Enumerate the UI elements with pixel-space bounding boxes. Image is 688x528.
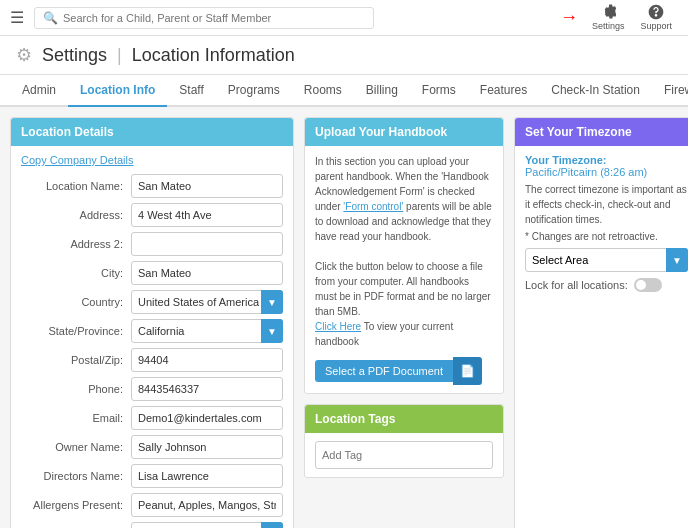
pdf-icon[interactable]: 📄 xyxy=(453,357,482,385)
top-bar: ☰ 🔍 → Settings Support xyxy=(0,0,688,36)
support-button[interactable]: Support xyxy=(634,2,678,33)
field-allergens: Allergens Present: xyxy=(21,493,283,517)
top-bar-right: → Settings Support xyxy=(560,2,678,33)
tab-admin[interactable]: Admin xyxy=(10,75,68,107)
location-details-header: Location Details xyxy=(11,118,293,146)
field-director: Directors Name: xyxy=(21,464,283,488)
director-input[interactable] xyxy=(131,464,283,488)
tab-firewall[interactable]: Firewall xyxy=(652,75,688,107)
location-details-body: Copy Company Details Location Name: Addr… xyxy=(11,146,293,528)
state-select[interactable]: California xyxy=(131,319,283,343)
owner-input[interactable] xyxy=(131,435,283,459)
email-input[interactable] xyxy=(131,406,283,430)
tags-body xyxy=(305,433,503,477)
location-details-card: Location Details Copy Company Details Lo… xyxy=(10,117,294,528)
postal-input[interactable] xyxy=(131,348,283,372)
nav-tabs: Admin Location Info Staff Programs Rooms… xyxy=(0,75,688,107)
country-select-wrapper: United States of America ▼ xyxy=(131,290,283,314)
allergens-input[interactable] xyxy=(131,493,283,517)
schedule-select[interactable]: Mon-Fri xyxy=(131,522,283,528)
page-title: Location Information xyxy=(132,45,295,66)
field-email: Email: xyxy=(21,406,283,430)
page-header: ⚙ Settings | Location Information xyxy=(0,36,688,75)
select-pdf-button[interactable]: Select a PDF Document xyxy=(315,360,453,382)
field-phone: Phone: xyxy=(21,377,283,401)
timezone-body: Your Timezone: Pacific/Pitcairn (8:26 am… xyxy=(515,146,688,300)
city-input[interactable] xyxy=(131,261,283,285)
form-control-link[interactable]: 'Form control' xyxy=(343,201,403,212)
tz-value: Pacific/Pitcairn (8:26 am) xyxy=(525,166,688,178)
field-address: Address: xyxy=(21,203,283,227)
tz-lock-row: Lock for all locations: xyxy=(525,278,688,292)
field-schedule: Schedule Type: Mon-Fri ▼ xyxy=(21,522,283,528)
timezone-select[interactable]: Select Area xyxy=(525,248,688,272)
search-bar: 🔍 xyxy=(34,7,374,29)
tz-label: Your Timezone: xyxy=(525,154,688,166)
hamburger-icon[interactable]: ☰ xyxy=(10,8,24,27)
phone-input[interactable] xyxy=(131,377,283,401)
tz-lock-label: Lock for all locations: xyxy=(525,279,628,291)
search-icon: 🔍 xyxy=(43,11,58,25)
location-name-input[interactable] xyxy=(131,174,283,198)
tab-rooms[interactable]: Rooms xyxy=(292,75,354,107)
address2-input[interactable] xyxy=(131,232,283,256)
field-postal: Postal/Zip: xyxy=(21,348,283,372)
field-address2: Address 2: xyxy=(21,232,283,256)
handbook-card: Upload Your Handbook In this section you… xyxy=(304,117,504,394)
field-city: City: xyxy=(21,261,283,285)
tz-description: The correct timezone is important as it … xyxy=(525,182,688,227)
arrow-icon: → xyxy=(560,7,578,28)
search-input[interactable] xyxy=(63,12,365,24)
tab-checkin-station[interactable]: Check-In Station xyxy=(539,75,652,107)
main-content: Location Details Copy Company Details Lo… xyxy=(0,107,688,528)
tz-select-wrapper: Select Area ▼ xyxy=(525,248,688,272)
tab-staff[interactable]: Staff xyxy=(167,75,215,107)
middle-panels: Upload Your Handbook In this section you… xyxy=(304,117,504,528)
copy-company-link[interactable]: Copy Company Details xyxy=(21,154,283,166)
country-select[interactable]: United States of America xyxy=(131,290,283,314)
location-tags-header: Location Tags xyxy=(305,405,503,433)
tab-forms[interactable]: Forms xyxy=(410,75,468,107)
click-here-link[interactable]: Click Here xyxy=(315,321,361,332)
field-state: State/Province: California ▼ xyxy=(21,319,283,343)
location-tags-card: Location Tags xyxy=(304,404,504,478)
support-label: Support xyxy=(640,21,672,31)
tz-note: * Changes are not retroactive. xyxy=(525,231,688,242)
tab-billing[interactable]: Billing xyxy=(354,75,410,107)
schedule-select-wrapper: Mon-Fri ▼ xyxy=(131,522,283,528)
settings-label: Settings xyxy=(592,21,625,31)
handbook-body: In this section you can upload your pare… xyxy=(305,146,503,393)
tab-programs[interactable]: Programs xyxy=(216,75,292,107)
tab-location-info[interactable]: Location Info xyxy=(68,75,167,107)
state-select-wrapper: California ▼ xyxy=(131,319,283,343)
timezone-card: Set Your Timezone Your Timezone: Pacific… xyxy=(514,117,688,528)
select-pdf-wrapper: Select a PDF Document 📄 xyxy=(315,357,493,385)
settings-word: Settings xyxy=(42,45,107,66)
field-country: Country: United States of America ▼ xyxy=(21,290,283,314)
add-tag-input[interactable] xyxy=(315,441,493,469)
settings-button[interactable]: Settings xyxy=(586,2,631,33)
header-separator: | xyxy=(117,45,122,66)
tab-features[interactable]: Features xyxy=(468,75,539,107)
tz-lock-toggle[interactable] xyxy=(634,278,662,292)
timezone-header: Set Your Timezone xyxy=(515,118,688,146)
address-input[interactable] xyxy=(131,203,283,227)
header-gear-icon: ⚙ xyxy=(16,44,32,66)
handbook-header: Upload Your Handbook xyxy=(305,118,503,146)
field-location-name: Location Name: xyxy=(21,174,283,198)
field-owner: Owner Name: xyxy=(21,435,283,459)
